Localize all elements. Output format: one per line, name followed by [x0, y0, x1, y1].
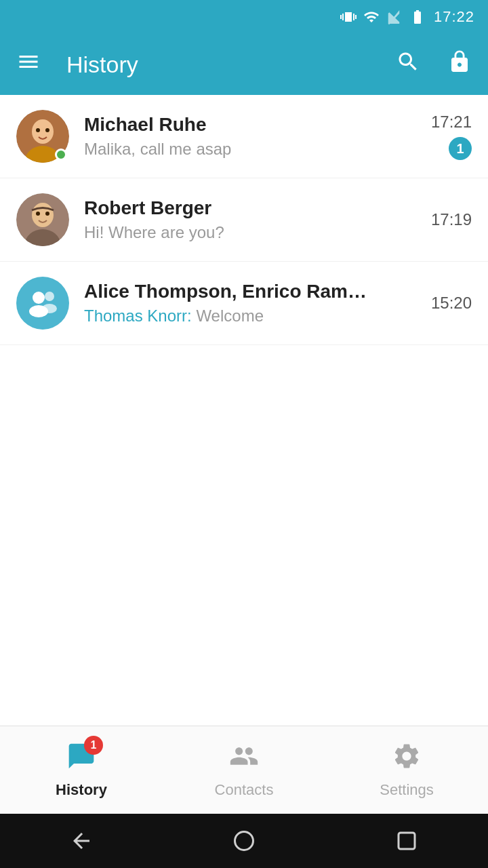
avatar-wrap	[16, 110, 69, 163]
avatar	[16, 193, 69, 246]
svg-rect-15	[399, 833, 415, 849]
menu-icon[interactable]	[16, 50, 41, 80]
unread-badge: 1	[449, 137, 472, 160]
contact-name: Robert Berger	[84, 197, 423, 219]
svg-point-1	[32, 119, 54, 144]
online-indicator	[55, 149, 67, 161]
message-time: 17:21	[431, 113, 472, 132]
svg-point-6	[32, 203, 54, 227]
conversation-item[interactable]: Robert Berger Hi! Where are you? 17:19	[0, 178, 488, 262]
nav-item-history[interactable]: 1 History	[0, 726, 163, 814]
bottom-nav: 1 History Contacts Settings	[0, 726, 488, 814]
preview-text: Welcome	[192, 307, 264, 325]
conversation-meta: 17:19	[431, 210, 472, 229]
toolbar: History	[0, 34, 488, 95]
conversation-content: Robert Berger Hi! Where are you?	[84, 197, 423, 242]
svg-point-10	[33, 292, 45, 304]
conversation-content: Michael Ruhe Malika, call me asap	[84, 114, 423, 159]
message-preview: Thomas Knorr: Welcome	[84, 307, 423, 326]
svg-point-14	[235, 832, 253, 850]
nav-label-contacts: Contacts	[215, 781, 274, 799]
toolbar-title: History	[66, 52, 377, 78]
settings-icon	[392, 741, 422, 777]
message-preview: Malika, call me asap	[84, 140, 423, 159]
group-avatar	[16, 277, 69, 330]
svg-point-9	[45, 212, 49, 216]
svg-point-3	[36, 128, 40, 132]
preview-sender: Thomas Knorr:	[84, 307, 192, 325]
vibrate-icon	[340, 9, 357, 25]
battery-icon	[408, 9, 427, 25]
avatar-wrap	[16, 193, 69, 246]
nav-item-settings[interactable]: Settings	[325, 726, 488, 814]
message-time: 15:20	[431, 294, 472, 313]
nav-label-settings: Settings	[380, 781, 434, 799]
contact-name: Alice Thompson, Enrico Ram…	[84, 281, 423, 302]
nav-badge: 1	[84, 736, 103, 755]
history-icon: 1	[66, 741, 96, 777]
status-bar: 17:22	[0, 0, 488, 34]
wifi-icon	[363, 9, 380, 25]
status-icons: 17:22	[340, 8, 474, 26]
home-button[interactable]	[224, 821, 264, 861]
conversation-item[interactable]: Michael Ruhe Malika, call me asap 17:21 …	[0, 95, 488, 178]
conversation-content: Alice Thompson, Enrico Ram… Thomas Knorr…	[84, 281, 423, 326]
back-button[interactable]	[61, 821, 102, 861]
contacts-icon	[229, 741, 259, 777]
nav-item-contacts[interactable]: Contacts	[163, 726, 325, 814]
lock-icon[interactable]	[447, 50, 472, 79]
android-nav-bar	[0, 814, 488, 868]
conversation-meta: 15:20	[431, 294, 472, 313]
recents-button[interactable]	[386, 821, 427, 861]
nav-label-history: History	[56, 781, 107, 799]
svg-point-4	[45, 128, 49, 132]
search-icon[interactable]	[396, 50, 420, 79]
conversation-list: Michael Ruhe Malika, call me asap 17:21 …	[0, 95, 488, 345]
message-preview: Hi! Where are you?	[84, 223, 423, 242]
status-time: 17:22	[434, 8, 474, 26]
svg-point-12	[45, 292, 54, 301]
message-time: 17:19	[431, 210, 472, 229]
conversation-meta: 17:21 1	[431, 113, 472, 160]
avatar-wrap	[16, 277, 69, 330]
contact-name: Michael Ruhe	[84, 114, 423, 136]
svg-point-13	[42, 304, 57, 313]
conversation-item[interactable]: Alice Thompson, Enrico Ram… Thomas Knorr…	[0, 262, 488, 345]
svg-point-8	[36, 212, 40, 216]
signal-icon	[386, 9, 401, 24]
